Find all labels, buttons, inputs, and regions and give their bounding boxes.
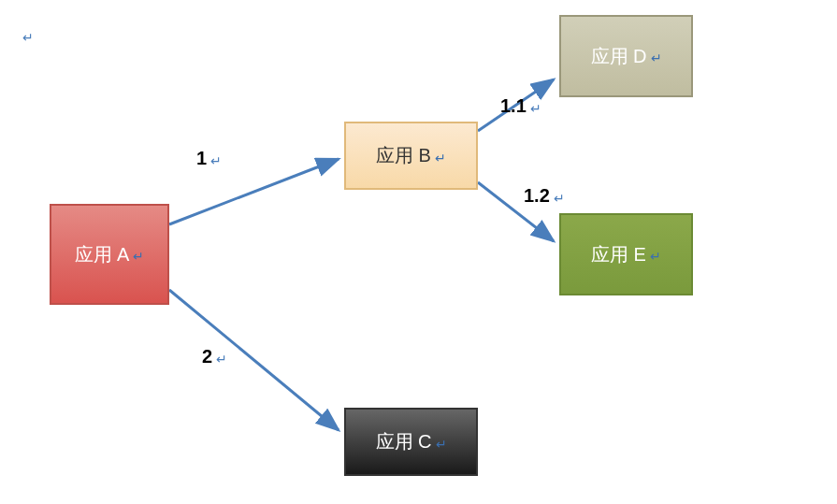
node-e-text: 应用 E bbox=[591, 242, 646, 267]
return-mark: ↵ bbox=[530, 101, 541, 116]
paragraph-mark: ↵ bbox=[22, 30, 34, 45]
edge-ac-text: 2 bbox=[202, 346, 212, 367]
node-c-text: 应用 C bbox=[376, 429, 432, 454]
node-d-text: 应用 D bbox=[591, 44, 647, 69]
return-mark: ↵ bbox=[651, 50, 662, 65]
edge-label-ac: 2 ↵ bbox=[202, 346, 227, 367]
edge-label-bd: 1.1 ↵ bbox=[500, 95, 541, 117]
edge-label-ab: 1 ↵ bbox=[196, 148, 222, 169]
edge-a-c bbox=[169, 290, 339, 430]
node-d-label: 应用 D ↵ bbox=[591, 44, 662, 69]
node-app-b[interactable]: 应用 B ↵ bbox=[344, 122, 478, 190]
edge-bd-text: 1.1 bbox=[500, 95, 527, 117]
return-mark: ↵ bbox=[216, 352, 227, 367]
node-e-label: 应用 E ↵ bbox=[591, 242, 661, 267]
return-mark: ↵ bbox=[436, 437, 447, 452]
return-mark: ↵ bbox=[210, 153, 222, 168]
node-a-label: 应用 A ↵ bbox=[75, 242, 145, 267]
node-a-text: 应用 A bbox=[75, 242, 130, 267]
node-app-e[interactable]: 应用 E ↵ bbox=[559, 213, 693, 295]
edge-ab-text: 1 bbox=[196, 148, 207, 169]
return-mark: ↵ bbox=[650, 249, 661, 264]
node-app-a[interactable]: 应用 A ↵ bbox=[50, 204, 169, 305]
edge-a-b bbox=[169, 159, 339, 224]
node-app-c[interactable]: 应用 C ↵ bbox=[344, 408, 478, 476]
return-mark: ↵ bbox=[133, 249, 144, 264]
return-mark: ↵ bbox=[435, 151, 446, 166]
edge-be-text: 1.2 bbox=[524, 185, 550, 207]
node-c-label: 应用 C ↵ bbox=[376, 429, 447, 454]
node-b-text: 应用 B bbox=[376, 143, 431, 168]
node-b-label: 应用 B ↵ bbox=[376, 143, 446, 168]
edge-label-be: 1.2 ↵ bbox=[524, 185, 565, 207]
return-mark: ↵ bbox=[554, 191, 565, 206]
node-app-d[interactable]: 应用 D ↵ bbox=[559, 15, 693, 97]
